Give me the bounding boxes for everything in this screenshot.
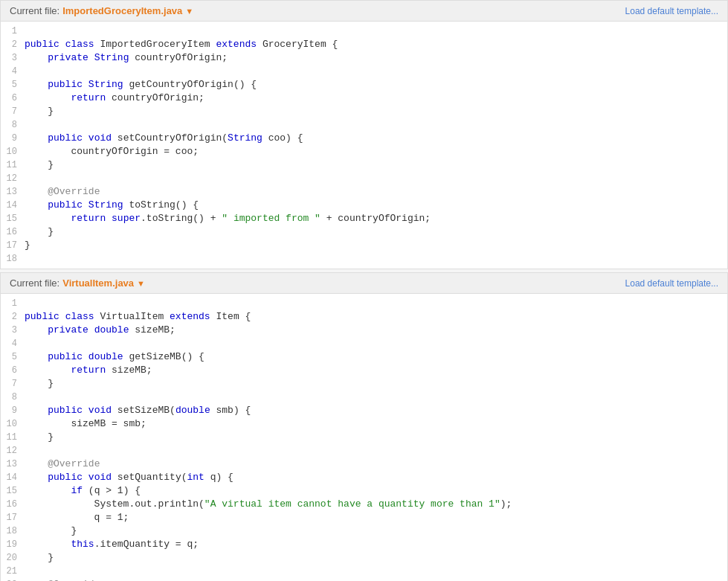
code-area-2: 12public class VirtualItem extends Item … — [1, 294, 727, 581]
table-row: 6 return countryOfOrigin; — [1, 92, 727, 105]
line-content: } — [25, 225, 727, 239]
line-content — [25, 444, 727, 458]
editor-panel-2: Current file: VirtualItem.java ▼ Load de… — [0, 272, 728, 581]
line-content — [25, 65, 727, 78]
line-content: } — [25, 105, 727, 118]
line-content: @Override — [25, 185, 727, 199]
line-content — [25, 391, 727, 404]
line-content: private String countryOfOrigin; — [25, 51, 727, 65]
line-content: public void setCountryOfOrigin(String co… — [25, 132, 727, 145]
table-row: 5 public String getCountryOfOrigin() { — [1, 78, 727, 92]
panel-header-left-2: Current file: VirtualItem.java ▼ — [10, 277, 145, 289]
table-row: 18 — [1, 252, 727, 266]
line-content: public String toString() { — [25, 199, 727, 212]
line-number: 1 — [1, 25, 25, 38]
table-row: 11 } — [1, 158, 727, 172]
table-row: 11 } — [1, 431, 727, 444]
table-row: 9 public void setSizeMB(double smb) { — [1, 404, 727, 417]
table-row: 4 — [1, 65, 727, 78]
table-row: 2public class ImportedGroceryItem extend… — [1, 38, 727, 51]
line-content: private double sizeMB; — [25, 324, 727, 337]
table-row: 7 } — [1, 377, 727, 391]
line-content: System.out.println("A virtual item canno… — [25, 498, 727, 511]
line-number: 22 — [1, 578, 25, 581]
dropdown-arrow-2[interactable]: ▼ — [137, 279, 145, 288]
line-number: 15 — [1, 212, 25, 225]
line-number: 9 — [1, 404, 25, 417]
table-row: 8 — [1, 118, 727, 132]
line-number: 8 — [1, 391, 25, 404]
line-content: if (q > 1) { — [25, 484, 727, 498]
line-number: 7 — [1, 105, 25, 118]
line-content: public void setSizeMB(double smb) { — [25, 404, 727, 417]
table-row: 17} — [1, 239, 727, 252]
table-row: 3 private double sizeMB; — [1, 324, 727, 337]
filename-1: ImportedGroceryItem.java — [62, 5, 182, 16]
line-content — [25, 565, 727, 578]
table-row: 12 — [1, 172, 727, 185]
table-row: 20 } — [1, 551, 727, 565]
line-number: 18 — [1, 524, 25, 538]
line-number: 16 — [1, 498, 25, 511]
line-number: 6 — [1, 364, 25, 377]
line-number: 13 — [1, 458, 25, 471]
line-content — [25, 337, 727, 350]
line-number: 12 — [1, 172, 25, 185]
table-row: 4 — [1, 337, 727, 350]
panel-header-left-1: Current file: ImportedGroceryItem.java ▼ — [10, 5, 193, 16]
line-number: 16 — [1, 225, 25, 239]
line-content — [25, 172, 727, 185]
line-content: } — [25, 431, 727, 444]
table-row: 18 } — [1, 524, 727, 538]
line-number: 13 — [1, 185, 25, 199]
line-number: 7 — [1, 377, 25, 391]
line-number: 10 — [1, 145, 25, 158]
code-area-1: 12public class ImportedGroceryItem exten… — [1, 22, 727, 269]
line-content: return super.toString() + " imported fro… — [25, 212, 727, 225]
table-row: 2public class VirtualItem extends Item { — [1, 310, 727, 324]
line-number: 14 — [1, 199, 25, 212]
line-content: sizeMB = smb; — [25, 417, 727, 431]
line-number: 1 — [1, 297, 25, 310]
line-number: 3 — [1, 51, 25, 65]
table-row: 17 q = 1; — [1, 511, 727, 524]
line-number: 11 — [1, 158, 25, 172]
load-template-btn-1[interactable]: Load default template... — [625, 6, 718, 16]
panel-header-1: Current file: ImportedGroceryItem.java ▼… — [1, 1, 727, 22]
line-number: 10 — [1, 417, 25, 431]
load-template-btn-2[interactable]: Load default template... — [625, 278, 718, 289]
line-content: } — [25, 551, 727, 565]
line-number: 4 — [1, 337, 25, 350]
panel-header-2: Current file: VirtualItem.java ▼ Load de… — [1, 273, 727, 294]
line-content: public class VirtualItem extends Item { — [25, 310, 727, 324]
table-row: 22 @Override — [1, 578, 727, 581]
line-content: public class ImportedGroceryItem extends… — [25, 38, 727, 51]
line-number: 18 — [1, 252, 25, 266]
table-row: 3 private String countryOfOrigin; — [1, 51, 727, 65]
line-number: 12 — [1, 444, 25, 458]
filename-2: VirtualItem.java — [62, 277, 134, 289]
line-number: 2 — [1, 310, 25, 324]
line-number: 14 — [1, 471, 25, 484]
line-number: 4 — [1, 65, 25, 78]
line-content — [25, 118, 727, 132]
editor-panel-1: Current file: ImportedGroceryItem.java ▼… — [0, 0, 728, 269]
table-row: 5 public double getSizeMB() { — [1, 350, 727, 364]
line-number: 3 — [1, 324, 25, 337]
dropdown-arrow-1[interactable]: ▼ — [185, 7, 193, 16]
line-number: 9 — [1, 132, 25, 145]
table-row: 10 countryOfOrigin = coo; — [1, 145, 727, 158]
table-row: 10 sizeMB = smb; — [1, 417, 727, 431]
line-content: @Override — [25, 578, 727, 581]
table-row: 15 if (q > 1) { — [1, 484, 727, 498]
line-number: 17 — [1, 511, 25, 524]
line-number: 8 — [1, 118, 25, 132]
line-number: 15 — [1, 484, 25, 498]
table-row: 9 public void setCountryOfOrigin(String … — [1, 132, 727, 145]
table-row: 13 @Override — [1, 458, 727, 471]
line-content — [25, 25, 727, 38]
line-content: } — [25, 239, 727, 252]
table-row: 19 this.itemQuantity = q; — [1, 538, 727, 551]
line-content — [25, 297, 727, 310]
table-row: 8 — [1, 391, 727, 404]
